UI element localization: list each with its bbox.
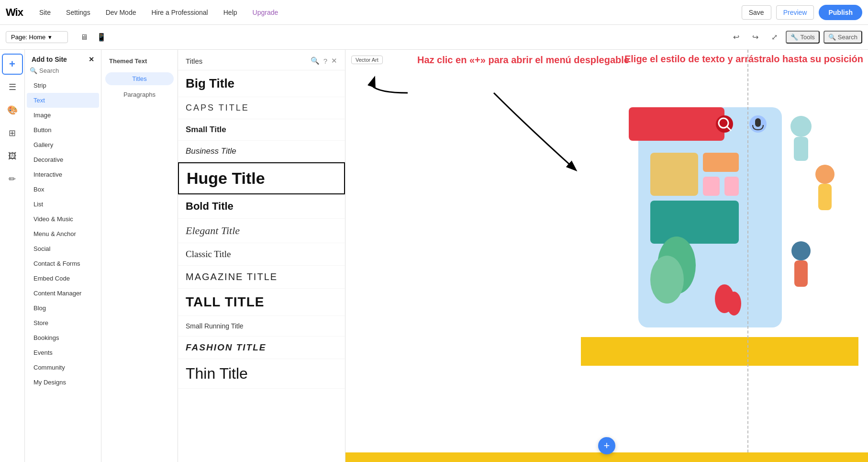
- media-button[interactable]: 🖼: [2, 146, 23, 167]
- add-panel-item-embed[interactable]: Embed Code: [27, 271, 99, 286]
- svg-point-15: [727, 292, 741, 316]
- title-item-caps[interactable]: CAPS TITLE: [178, 97, 345, 119]
- magazine-title-text: MAGAZINE TITLE: [186, 271, 278, 282]
- add-panel-item-decorative[interactable]: Decorative: [27, 152, 99, 167]
- add-panel-item-button[interactable]: Button: [27, 123, 99, 137]
- title-item-tall[interactable]: TALL TITLE: [178, 289, 345, 316]
- tools-button[interactable]: 🔧 Tools: [786, 31, 819, 44]
- themed-tab-titles[interactable]: Titles: [105, 72, 174, 85]
- mobile-view-button[interactable]: 📱: [94, 30, 109, 45]
- elegant-title-text: Elegant Title: [186, 225, 240, 237]
- titles-panel-header: Titles 🔍 ? ✕: [178, 50, 345, 70]
- svg-rect-10: [724, 177, 739, 196]
- redo-button[interactable]: ↪: [747, 30, 763, 45]
- add-panel-title: Add to Site: [32, 56, 67, 63]
- add-panel-item-video[interactable]: Video & Music: [27, 212, 99, 226]
- add-panel-item-image[interactable]: Image: [27, 108, 99, 123]
- chevron-down-icon: ▾: [48, 34, 52, 41]
- nav-settings[interactable]: Settings: [63, 7, 93, 18]
- desktop-view-button[interactable]: 🖥: [77, 30, 92, 45]
- nav-dev-mode[interactable]: Dev Mode: [103, 7, 139, 18]
- title-item-fashion[interactable]: FASHION TITLE: [178, 337, 345, 359]
- svg-rect-11: [650, 201, 739, 244]
- title-item-small-running[interactable]: Small Running Title: [178, 316, 345, 337]
- title-item-bold[interactable]: Bold Title: [178, 194, 345, 219]
- add-panel-item-interactive[interactable]: Interactive: [27, 167, 99, 182]
- tools-icon: 🔧: [790, 34, 798, 41]
- search-titles-icon[interactable]: 🔍: [311, 56, 320, 65]
- title-item-huge[interactable]: Huge Title: [178, 162, 345, 194]
- titles-panel-label: Titles: [186, 57, 202, 65]
- page-selector[interactable]: Page: Home ▾: [6, 31, 68, 43]
- huge-title-text: Huge Title: [187, 169, 265, 187]
- draw-button[interactable]: ✏: [2, 169, 23, 190]
- pages-button[interactable]: ☰: [2, 77, 23, 98]
- canvas-plus-button[interactable]: +: [598, 437, 615, 454]
- add-panel-item-mydesigns[interactable]: My Designs: [27, 375, 99, 390]
- toolbar-icons: 🖥 📱: [77, 30, 109, 45]
- tall-title-text: TALL TITLE: [186, 294, 265, 309]
- add-panel-item-store[interactable]: Store: [27, 316, 99, 330]
- add-panel-item-bookings[interactable]: Bookings: [27, 330, 99, 345]
- add-panel-item-list[interactable]: List: [27, 197, 99, 212]
- big-title-text: Big Title: [186, 76, 234, 90]
- nav-help[interactable]: Help: [221, 7, 240, 18]
- nav-right: Save Preview Publish: [742, 5, 862, 20]
- add-panel-item-strip[interactable]: Strip: [27, 78, 99, 93]
- add-panel-item-gallery[interactable]: Gallery: [27, 137, 99, 152]
- title-item-magazine[interactable]: MAGAZINE TITLE: [178, 266, 345, 289]
- title-item-classic[interactable]: Classic Title: [178, 243, 345, 266]
- add-button[interactable]: +: [2, 54, 23, 75]
- add-panel-search[interactable]: 🔍 Search: [25, 67, 101, 78]
- search-button[interactable]: 🔍 Search: [823, 31, 862, 44]
- svg-rect-21: [794, 260, 808, 287]
- thin-title-text: Thin Title: [186, 365, 248, 382]
- nav-site[interactable]: Site: [36, 7, 54, 18]
- svg-rect-6: [755, 118, 761, 127]
- svg-point-16: [790, 116, 812, 137]
- add-panel-item-content[interactable]: Content Manager: [27, 286, 99, 301]
- add-panel-item-box[interactable]: Box: [27, 182, 99, 197]
- apps-button[interactable]: ⊞: [2, 123, 23, 144]
- expand-button[interactable]: ⤢: [767, 30, 782, 45]
- save-button[interactable]: Save: [742, 5, 771, 20]
- canvas-area: Vector Art: [345, 50, 868, 462]
- close-icon[interactable]: ✕: [89, 56, 94, 63]
- classic-title-text: Classic Title: [186, 249, 231, 259]
- preview-button[interactable]: Preview: [776, 5, 814, 20]
- add-panel-item-events[interactable]: Events: [27, 345, 99, 360]
- svg-rect-1: [629, 107, 724, 141]
- themed-tab-paragraphs[interactable]: Paragraphs: [105, 88, 174, 101]
- theme-button[interactable]: 🎨: [2, 100, 23, 121]
- svg-rect-9: [703, 177, 720, 196]
- nav-hire[interactable]: Hire a Professional: [148, 7, 211, 18]
- svg-rect-19: [818, 184, 832, 210]
- annotation-click-plus: Haz clic en «+» para abrir el menú despl…: [417, 55, 629, 66]
- title-item-small[interactable]: Small Title: [178, 119, 345, 141]
- svg-rect-8: [703, 153, 739, 172]
- title-item-thin[interactable]: Thin Title: [178, 359, 345, 389]
- title-item-big[interactable]: Big Title: [178, 70, 345, 97]
- top-nav: Wix Site Settings Dev Mode Hire a Profes…: [0, 0, 868, 25]
- add-panel-item-menu[interactable]: Menu & Anchor: [27, 226, 99, 241]
- themed-panel: Themed Text Titles Paragraphs: [101, 50, 178, 462]
- undo-button[interactable]: ↩: [728, 30, 744, 45]
- caps-title-text: CAPS TITLE: [186, 103, 249, 113]
- vector-art-badge: Vector Art: [351, 56, 383, 64]
- nav-upgrade[interactable]: Upgrade: [250, 7, 281, 18]
- title-item-elegant[interactable]: Elegant Title: [178, 219, 345, 243]
- add-panel-item-social[interactable]: Social: [27, 241, 99, 256]
- title-item-business[interactable]: Business Title: [178, 141, 345, 162]
- themed-panel-title: Themed Text: [105, 56, 174, 69]
- add-panel-item-blog[interactable]: Blog: [27, 301, 99, 316]
- close-titles-icon[interactable]: ✕: [331, 56, 337, 65]
- canvas-content: Vector Art: [345, 50, 868, 462]
- add-panel-item-community[interactable]: Community: [27, 360, 99, 375]
- help-titles-icon[interactable]: ?: [323, 57, 327, 65]
- add-panel-item-contact[interactable]: Contact & Forms: [27, 256, 99, 271]
- add-panel-item-text[interactable]: Text: [27, 93, 99, 108]
- publish-button[interactable]: Publish: [819, 5, 862, 20]
- annotation-drag-text: Elige el estilo de texto y arrástralo ha…: [624, 54, 863, 65]
- search-small-icon: 🔍: [30, 67, 37, 74]
- small-running-title-text: Small Running Title: [186, 322, 244, 330]
